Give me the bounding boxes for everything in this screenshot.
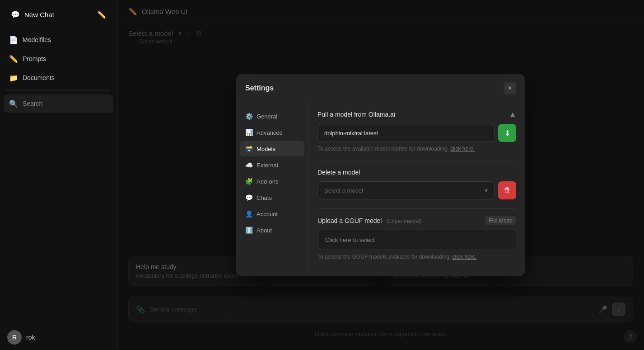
settings-nav-models[interactable]: 🗃️ Models [240, 141, 304, 156]
delete-model-title: Delete a model [317, 169, 360, 176]
new-chat-left: 💬 New Chat [11, 10, 54, 19]
settings-body: ⚙️ General 📊 Advanced 🗃️ Models ☁️ Exter… [236, 103, 525, 276]
general-icon: ⚙️ [245, 113, 253, 120]
search-icon: 🔍 [9, 99, 18, 108]
chat-icon: 💬 [11, 10, 20, 19]
settings-nav-advanced-label: Advanced [257, 129, 283, 136]
settings-nav-addons-label: Add-ons [257, 178, 278, 185]
advanced-icon: 📊 [245, 129, 253, 136]
settings-modal: Settings × ⚙️ General 📊 Advanced [236, 74, 525, 276]
addons-icon: 🧩 [245, 178, 253, 185]
delete-model-select-placeholder: Select a model [324, 187, 363, 194]
delete-model-button[interactable]: 🗑 [498, 181, 516, 199]
pull-model-download-button[interactable]: ⬇ [498, 124, 516, 142]
prompts-icon: ✏️ [9, 54, 18, 63]
pull-model-title: Pull a model from Ollama.ai [317, 111, 395, 118]
upload-gguf-hint: To access the GGUF models available for … [317, 254, 516, 260]
pull-model-toggle[interactable]: ▲ [509, 110, 516, 118]
settings-title: Settings [245, 84, 274, 92]
upload-gguf-section: Upload a GGUF model (Experimental) File … [317, 216, 516, 260]
settings-close-button[interactable]: × [504, 82, 516, 95]
settings-nav-about[interactable]: ℹ️ About [240, 222, 304, 238]
main-content: ✏️ Ollama Web UI Select a model ▾ ＋ ⚙ Se… [117, 0, 644, 350]
upload-gguf-header: Upload a GGUF model (Experimental) File … [317, 216, 516, 225]
models-icon: 🗃️ [245, 145, 253, 152]
avatar: R [7, 330, 22, 345]
sidebar-item-documents-label: Documents [23, 74, 55, 81]
search-label: Search [23, 100, 42, 107]
settings-nav-chats[interactable]: 💬 Chats [240, 190, 304, 205]
divider-2 [317, 208, 516, 209]
upload-gguf-hint-link[interactable]: click here. [453, 254, 477, 260]
settings-nav-external[interactable]: ☁️ External [240, 157, 304, 173]
delete-model-section: Delete a model Select a model ▾ 🗑 [317, 169, 516, 199]
upload-dropzone-label: Click here to select [325, 236, 375, 243]
sidebar-divider [7, 90, 110, 91]
documents-icon: 📁 [9, 73, 18, 82]
divider-1 [317, 161, 516, 161]
pull-model-hint-link[interactable]: click here. [450, 146, 475, 152]
settings-nav-general-label: General [257, 113, 277, 120]
settings-overlay[interactable]: Settings × ⚙️ General 📊 Advanced [117, 0, 644, 350]
settings-nav-about-label: About [257, 227, 272, 234]
settings-nav-advanced[interactable]: 📊 Advanced [240, 125, 304, 140]
settings-header: Settings × [236, 74, 525, 103]
username: rok [26, 334, 35, 341]
external-icon: ☁️ [245, 161, 253, 169]
settings-nav-chats-label: Chats [257, 194, 272, 201]
account-icon: 👤 [245, 210, 253, 218]
settings-nav-account-label: Account [257, 211, 278, 218]
chats-icon: 💬 [245, 194, 253, 201]
edit-icon[interactable]: ✏️ [97, 10, 106, 19]
settings-nav-external-label: External [257, 162, 278, 169]
search-input[interactable]: 🔍 Search [4, 95, 113, 113]
avatar-initials: R [12, 334, 17, 341]
about-icon: ℹ️ [245, 227, 253, 234]
settings-sidebar-nav: ⚙️ General 📊 Advanced 🗃️ Models ☁️ Exter… [236, 103, 308, 276]
delete-model-header: Delete a model [317, 169, 516, 176]
settings-nav-general[interactable]: ⚙️ General [240, 109, 304, 124]
sidebar-item-modelfiles[interactable]: 📄 Modelfiles [4, 31, 113, 49]
pull-model-header: Pull a model from Ollama.ai ▲ [317, 110, 516, 118]
sidebar-item-documents[interactable]: 📁 Documents [4, 69, 113, 87]
sidebar-item-prompts[interactable]: ✏️ Prompts [4, 50, 113, 68]
delete-model-chevron-icon: ▾ [485, 187, 488, 194]
sidebar-item-modelfiles-label: Modelfiles [23, 36, 51, 43]
file-mode-button[interactable]: File Mode [485, 216, 516, 225]
sidebar-item-prompts-label: Prompts [23, 55, 46, 62]
modelfiles-icon: 📄 [9, 35, 18, 44]
upload-dropzone[interactable]: Click here to select [317, 230, 516, 250]
pull-model-input[interactable] [317, 124, 495, 142]
settings-nav-account[interactable]: 👤 Account [240, 206, 304, 222]
upload-gguf-experimental: (Experimental) [387, 218, 422, 224]
delete-model-select[interactable]: Select a model ▾ [317, 181, 495, 199]
upload-gguf-title: Upload a GGUF model [317, 217, 382, 224]
pull-model-hint: To access the available model names for … [317, 146, 516, 152]
sidebar: 💬 New Chat ✏️ 📄 Modelfiles ✏️ Prompts 📁 … [0, 0, 117, 350]
new-chat-button[interactable]: 💬 New Chat ✏️ [4, 4, 113, 25]
pull-model-input-row: ⬇ [317, 124, 516, 142]
sidebar-nav: 📄 Modelfiles ✏️ Prompts 📁 Documents [0, 29, 117, 89]
delete-model-row: Select a model ▾ 🗑 [317, 181, 516, 199]
new-chat-label: New Chat [24, 11, 54, 19]
settings-nav-addons[interactable]: 🧩 Add-ons [240, 174, 304, 189]
settings-content-models: Pull a model from Ollama.ai ▲ ⬇ To acces… [308, 103, 525, 276]
pull-model-section: Pull a model from Ollama.ai ▲ ⬇ To acces… [317, 110, 516, 152]
upload-gguf-title-row: Upload a GGUF model (Experimental) [317, 217, 422, 225]
user-footer[interactable]: R rok [0, 325, 117, 350]
settings-nav-models-label: Models [257, 146, 275, 152]
close-icon: × [508, 84, 512, 92]
